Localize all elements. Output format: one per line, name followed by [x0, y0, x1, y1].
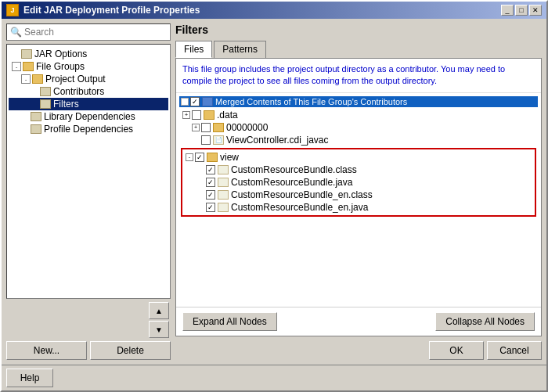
title-bar-left: J Edit JAR Deployment Profile Properties: [6, 4, 200, 16]
window-body: 🔍 JAR Options - File Groups -: [2, 19, 546, 365]
data-expand[interactable]: +: [182, 111, 190, 119]
main-window: J Edit JAR Deployment Profile Properties…: [0, 0, 548, 392]
project-output-label: Project Output: [45, 74, 106, 85]
delete-button[interactable]: Delete: [90, 341, 171, 360]
00000000-expand[interactable]: +: [192, 124, 200, 131]
00000000-folder-icon: [213, 123, 224, 132]
crb-class-label: CustomResourceBundle.class: [231, 164, 357, 175]
root-expand[interactable]: -: [181, 98, 189, 106]
ok-button[interactable]: OK: [429, 341, 484, 360]
sidebar-item-library-dependencies[interactable]: Library Dependencies: [9, 110, 168, 123]
selected-group: - view CustomResourceBundle.class: [181, 148, 536, 217]
section-title: Filters: [175, 23, 542, 36]
title-bar: J Edit JAR Deployment Profile Properties…: [2, 2, 546, 19]
window-title: Edit JAR Deployment Profile Properties: [23, 5, 200, 16]
search-input[interactable]: [24, 27, 167, 38]
00000000-checkbox[interactable]: [201, 123, 211, 132]
tabs: Files Patterns: [175, 41, 542, 58]
crb-en-java-checkbox[interactable]: [206, 203, 215, 212]
sidebar-item-jar-options[interactable]: JAR Options: [9, 48, 168, 60]
file-tree-crb-java[interactable]: CustomResourceBundle.java: [184, 176, 533, 189]
footer-bar: Help: [2, 365, 546, 390]
file-tree-crb-en-java[interactable]: CustomResourceBundle_en.java: [184, 201, 533, 214]
sidebar-item-project-output[interactable]: - Project Output: [9, 73, 168, 85]
crb-en-class-file-icon: [218, 190, 229, 200]
nav-up-button[interactable]: ▲: [149, 302, 169, 319]
project-output-folder-icon: [32, 74, 43, 84]
library-dependencies-label: Library Dependencies: [44, 111, 135, 122]
jar-icon: J: [6, 4, 19, 16]
file-tree-crb-en-class[interactable]: CustomResourceBundle_en.class: [184, 189, 533, 201]
title-buttons: _ □ ✕: [501, 5, 542, 16]
root-checkbox[interactable]: [190, 97, 200, 106]
viewcontroller-file-icon: 📄: [213, 135, 224, 145]
file-groups-label: File Groups: [36, 61, 85, 72]
nav-tree: JAR Options - File Groups - Project Outp…: [6, 44, 171, 299]
view-expand[interactable]: -: [186, 153, 193, 161]
crb-java-checkbox[interactable]: [206, 178, 215, 187]
crb-en-class-label: CustomResourceBundle_en.class: [231, 189, 373, 200]
search-icon: 🔍: [10, 27, 21, 38]
file-tree-crb-class[interactable]: CustomResourceBundle.class: [184, 164, 533, 176]
sidebar-item-contributors[interactable]: Contributors: [9, 85, 168, 98]
file-groups-expand[interactable]: -: [12, 62, 21, 71]
data-label: .data: [217, 110, 238, 120]
file-tree-data[interactable]: + .data: [179, 109, 538, 121]
data-folder-icon: [204, 110, 215, 120]
info-text: This file group includes the project out…: [176, 59, 541, 93]
data-checkbox[interactable]: [192, 110, 201, 120]
viewcontroller-checkbox[interactable]: [201, 135, 211, 145]
crb-java-file-icon: [218, 178, 229, 187]
close-button[interactable]: ✕: [529, 5, 542, 16]
left-panel: 🔍 JAR Options - File Groups -: [6, 23, 171, 360]
view-checkbox[interactable]: [195, 153, 204, 162]
jar-options-label: JAR Options: [34, 49, 87, 59]
new-button[interactable]: New...: [6, 341, 87, 360]
crb-en-class-checkbox[interactable]: [206, 190, 215, 200]
root-folder-icon: [202, 97, 213, 106]
collapse-all-nodes-button[interactable]: Collapse All Nodes: [435, 312, 535, 331]
tab-files[interactable]: Files: [175, 41, 212, 58]
expand-all-nodes-button[interactable]: Expand All Nodes: [182, 312, 277, 331]
new-delete-bar: New... Delete: [6, 341, 171, 360]
right-panel: Filters Files Patterns This file group i…: [175, 23, 542, 360]
crb-en-java-label: CustomResourceBundle_en.java: [231, 202, 368, 213]
file-tree-view[interactable]: - view: [184, 151, 533, 164]
tab-patterns[interactable]: Patterns: [214, 41, 266, 58]
file-tree-00000000[interactable]: + 00000000: [179, 121, 538, 134]
file-tree: - Merged Contents of This File Group's C…: [176, 93, 541, 307]
view-folder-icon: [207, 153, 218, 162]
sidebar-item-profile-dependencies[interactable]: Profile Dependencies: [9, 123, 168, 135]
search-box: 🔍: [6, 23, 171, 41]
contributors-label: Contributors: [53, 86, 104, 97]
crb-java-label: CustomResourceBundle.java: [231, 177, 352, 188]
maximize-button[interactable]: □: [515, 5, 528, 16]
sidebar-item-filters[interactable]: Filters: [9, 98, 168, 110]
cancel-button[interactable]: Cancel: [487, 341, 542, 360]
file-tree-root[interactable]: - Merged Contents of This File Group's C…: [179, 96, 538, 107]
filters-label: Filters: [53, 99, 79, 110]
tab-content: This file group includes the project out…: [175, 58, 542, 336]
file-groups-folder-icon: [23, 62, 34, 71]
project-output-expand[interactable]: -: [21, 74, 31, 84]
viewcontroller-label: ViewController.cdi_javac: [226, 135, 329, 146]
ok-cancel-bar: OK Cancel: [175, 336, 542, 360]
help-button[interactable]: Help: [6, 369, 53, 387]
view-label: view: [220, 152, 239, 163]
sidebar-item-file-groups[interactable]: - File Groups: [9, 60, 168, 73]
profile-dependencies-label: Profile Dependencies: [44, 124, 133, 135]
crb-en-java-file-icon: [218, 203, 229, 212]
crb-class-file-icon: [218, 165, 229, 174]
crb-class-checkbox[interactable]: [206, 165, 215, 174]
00000000-label: 00000000: [226, 122, 268, 133]
file-tree-viewcontroller[interactable]: 📄 ViewController.cdi_javac: [179, 134, 538, 146]
minimize-button[interactable]: _: [501, 5, 514, 16]
file-tree-bottom-bar: Expand All Nodes Collapse All Nodes: [176, 307, 541, 336]
nav-down-button[interactable]: ▼: [149, 321, 169, 338]
root-label: Merged Contents of This File Group's Con…: [215, 97, 407, 106]
